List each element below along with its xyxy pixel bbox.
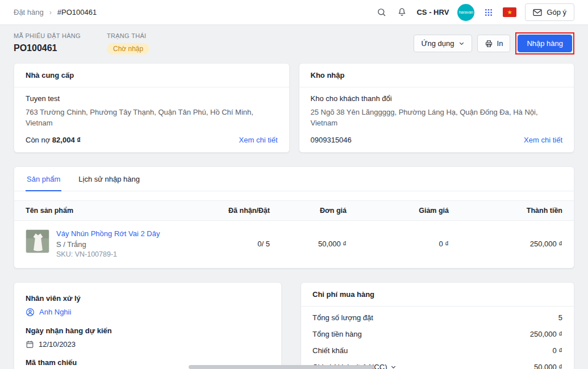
- apps-grid-icon: [484, 8, 493, 17]
- tab-products[interactable]: Sản phẩm: [26, 167, 61, 191]
- column-product-name: Tên sản phẩm: [26, 207, 207, 215]
- supplier-debt: Còn nợ 82,004 ₫: [26, 136, 81, 144]
- expected-date-value: 12/10/2023: [39, 340, 76, 349]
- breadcrumb-parent-link[interactable]: Đặt hàng: [14, 8, 44, 16]
- cost-row-discount: Chiết khấu 0 ₫: [301, 342, 574, 359]
- feedback-label: Góp ý: [547, 8, 566, 16]
- products-table-header: Tên sản phẩm Đã nhận/Đặt Đơn giá Giảm gi…: [14, 200, 574, 221]
- warehouse-card-title: Kho nhập: [299, 64, 574, 87]
- supplier-card-body: Tuyen test 763 Trường Chinh, Phường Tây …: [14, 87, 289, 152]
- products-tabs: Sản phẩm Lịch sử nhập hàng: [14, 167, 574, 191]
- flag-star-icon: ★: [507, 10, 512, 15]
- product-info: Váy Nhún Phồng Rớt Vai 2 Dây S / Trắng S…: [56, 229, 160, 258]
- table-row: Váy Nhún Phồng Rớt Vai 2 Dây S / Trắng S…: [14, 221, 574, 268]
- order-code-value: PO100461: [14, 43, 81, 53]
- product-thumbnail: [26, 229, 49, 253]
- cost-row-subtotal: Tổng tiền hàng 250,000 ₫: [301, 326, 574, 342]
- apps-dropdown-button[interactable]: Ứng dụng: [414, 35, 472, 52]
- column-unit-price: Đơn giá: [270, 207, 347, 215]
- supplier-address: 763 Trường Chinh, Phường Tây Thạnh, Quận…: [26, 107, 278, 129]
- breadcrumb-separator-icon: ›: [49, 9, 52, 16]
- product-name-link[interactable]: Váy Nhún Phồng Rớt Vai 2 Dây: [56, 229, 160, 238]
- status-label: TRẠNG THÁI: [107, 32, 149, 39]
- supplier-debt-label: Còn nợ: [26, 136, 50, 144]
- warehouse-address: 25 Ngõ 38 Yên Lãnggggg, Phường Láng Hạ, …: [311, 107, 563, 129]
- warehouse-phone: 0909315046: [311, 136, 352, 144]
- cost-label-subtotal: Tổng tiền hàng: [312, 330, 362, 338]
- column-received: Đã nhận/Đặt: [207, 207, 270, 215]
- cost-card-title: Chi phí mua hàng: [301, 283, 574, 307]
- envelope-icon: [533, 9, 542, 16]
- product-price: 50,000 ₫: [270, 240, 347, 248]
- status-badge: Chờ nhập: [107, 43, 149, 54]
- staff-name-link[interactable]: Anh Nghii: [39, 308, 71, 316]
- product-cell: Váy Nhún Phồng Rớt Vai 2 Dây S / Trắng S…: [26, 229, 207, 258]
- product-discount: 0 ₫: [347, 240, 449, 248]
- product-received: 0/ 5: [207, 240, 270, 248]
- supplier-name: Tuyen test: [26, 94, 278, 103]
- notifications-button[interactable]: [396, 6, 408, 18]
- avatar-label: haravan: [459, 10, 473, 14]
- supplier-detail-link[interactable]: Xem chi tiết: [239, 136, 278, 144]
- horizontal-scrollbar-thumb[interactable]: [189, 365, 374, 369]
- column-total: Thành tiền: [449, 207, 562, 215]
- receive-goods-button[interactable]: Nhập hàng: [518, 35, 572, 52]
- info-cards-row: Nhà cung cấp Tuyen test 763 Trường Chinh…: [14, 63, 574, 153]
- account-menu[interactable]: CS - HRV: [416, 8, 449, 16]
- handling-info-card: Nhân viên xử lý Anh Nghii Ngày nhận hàng…: [14, 282, 282, 369]
- supplier-card-title: Nhà cung cấp: [14, 64, 289, 87]
- cost-row-quantity: Tổng số lượng đặt 5: [301, 309, 574, 326]
- apps-dropdown-label: Ứng dụng: [421, 39, 454, 48]
- order-code-label: MÃ PHIẾU ĐẶT HÀNG: [14, 32, 81, 39]
- supplier-card: Nhà cung cấp Tuyen test 763 Trường Chinh…: [14, 63, 290, 153]
- warehouse-detail-link[interactable]: Xem chi tiết: [524, 136, 562, 144]
- print-label: In: [497, 39, 503, 48]
- bottom-row: Nhân viên xử lý Anh Nghii Ngày nhận hàng…: [14, 282, 574, 369]
- warehouse-name: Kho cho khách thanh đổi: [311, 94, 563, 103]
- expected-date-label: Ngày nhận hàng dự kiến: [26, 326, 270, 335]
- cost-value-quantity: 5: [558, 313, 562, 322]
- chevron-down-icon: [390, 364, 397, 369]
- cost-rows: Tổng số lượng đặt 5 Tổng tiền hàng 250,0…: [301, 307, 574, 369]
- bell-icon: [397, 7, 407, 17]
- expected-date-row: 12/10/2023: [26, 340, 270, 349]
- supplier-debt-value: 82,004 ₫: [52, 136, 81, 144]
- cost-value-discount: 0 ₫: [552, 346, 562, 355]
- language-flag-vietnam[interactable]: ★: [503, 7, 516, 17]
- dress-image: [26, 230, 49, 253]
- product-variant: S / Trắng: [56, 240, 160, 249]
- tab-receive-history[interactable]: Lịch sử nhập hàng: [77, 167, 141, 191]
- cost-label-discount: Chiết khấu: [312, 346, 348, 355]
- order-code-block: MÃ PHIẾU ĐẶT HÀNG PO100461: [14, 32, 81, 53]
- product-total: 250,000 ₫: [449, 240, 562, 248]
- column-discount: Giảm giá: [347, 207, 449, 215]
- click-highlight-annotation: Nhập hàng: [515, 32, 574, 54]
- feedback-button[interactable]: Góp ý: [525, 3, 574, 21]
- topbar: Đặt hàng › #PO100461 CS - HRV haravan ★ …: [0, 0, 588, 25]
- status-block: TRẠNG THÁI Chờ nhập: [107, 32, 149, 54]
- staff-label: Nhân viên xử lý: [26, 294, 270, 303]
- breadcrumb: Đặt hàng › #PO100461: [14, 8, 97, 16]
- warehouse-card-body: Kho cho khách thanh đổi 25 Ngõ 38 Yên Lã…: [299, 87, 574, 152]
- products-card: Sản phẩm Lịch sử nhập hàng Tên sản phẩm …: [14, 166, 574, 269]
- avatar[interactable]: haravan: [457, 4, 474, 21]
- warehouse-card: Kho nhập Kho cho khách thanh đổi 25 Ngõ …: [299, 63, 575, 153]
- main-content: Nhà cung cấp Tuyen test 763 Trường Chinh…: [0, 63, 588, 369]
- search-icon: [377, 7, 386, 17]
- breadcrumb-current: #PO100461: [57, 8, 97, 16]
- print-button[interactable]: In: [477, 35, 511, 52]
- purchase-cost-card: Chi phí mua hàng Tổng số lượng đặt 5 Tổn…: [301, 282, 574, 369]
- search-button[interactable]: [376, 6, 387, 18]
- cost-value-subtotal: 250,000 ₫: [530, 330, 562, 338]
- topbar-actions: CS - HRV haravan ★ Góp ý: [376, 3, 574, 21]
- warehouse-card-footer: 0909315046 Xem chi tiết: [311, 136, 563, 144]
- chevron-down-icon: [458, 40, 465, 47]
- supplier-card-footer: Còn nợ 82,004 ₫ Xem chi tiết: [26, 136, 278, 144]
- product-sku: SKU: VN-100789-1: [56, 250, 160, 258]
- printer-icon: [485, 40, 493, 48]
- calendar-icon: [26, 340, 34, 349]
- header-actions: Ứng dụng In Nhập hàng: [414, 32, 574, 54]
- handling-info-body: Nhân viên xử lý Anh Nghii Ngày nhận hàng…: [14, 283, 281, 369]
- cost-value-other-fees: 50,000 ₫: [534, 363, 562, 369]
- apps-grid-button[interactable]: [483, 7, 494, 18]
